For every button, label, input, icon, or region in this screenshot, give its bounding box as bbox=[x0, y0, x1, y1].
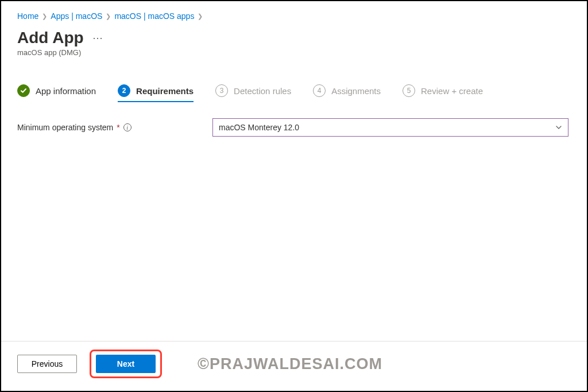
step-review-create[interactable]: 5 Review + create bbox=[403, 84, 483, 102]
breadcrumb-home[interactable]: Home bbox=[17, 11, 38, 21]
form-row-min-os: Minimum operating system * i macOS Monte… bbox=[17, 118, 571, 137]
checkmark-icon bbox=[17, 84, 30, 97]
next-button[interactable]: Next bbox=[96, 355, 156, 373]
step-detection-rules[interactable]: 3 Detection rules bbox=[215, 84, 291, 102]
step-label: Requirements bbox=[136, 86, 194, 96]
step-number-icon: 2 bbox=[118, 84, 130, 97]
step-label: Detection rules bbox=[234, 86, 291, 96]
page-subtitle: macOS app (DMG) bbox=[17, 48, 571, 57]
chevron-right-icon: ❯ bbox=[106, 13, 111, 20]
chevron-right-icon: ❯ bbox=[42, 13, 47, 20]
step-assignments[interactable]: 4 Assignments bbox=[313, 84, 381, 102]
step-label: App information bbox=[36, 86, 96, 96]
breadcrumb-apps[interactable]: Apps | macOS bbox=[51, 11, 102, 21]
min-os-label: Minimum operating system bbox=[17, 123, 113, 132]
info-icon[interactable]: i bbox=[123, 123, 131, 131]
step-requirements[interactable]: 2 Requirements bbox=[118, 84, 194, 102]
min-os-selected-value: macOS Monterey 12.0 bbox=[219, 123, 299, 132]
step-app-information[interactable]: App information bbox=[17, 84, 96, 102]
min-os-select[interactable]: macOS Monterey 12.0 bbox=[212, 118, 568, 137]
more-actions-button[interactable]: ··· bbox=[91, 30, 106, 46]
page-title: Add App bbox=[17, 29, 84, 47]
breadcrumb-macos-apps[interactable]: macOS | macOS apps bbox=[114, 11, 194, 21]
annotation-highlight: Next bbox=[90, 350, 162, 378]
previous-button[interactable]: Previous bbox=[17, 355, 77, 373]
required-star-icon: * bbox=[117, 123, 119, 132]
breadcrumb: Home ❯ Apps | macOS ❯ macOS | macOS apps… bbox=[17, 11, 571, 21]
wizard-stepper: App information 2 Requirements 3 Detecti… bbox=[17, 84, 571, 102]
step-number-icon: 3 bbox=[215, 84, 228, 97]
chevron-down-icon bbox=[555, 124, 562, 131]
chevron-right-icon: ❯ bbox=[198, 13, 203, 20]
wizard-footer: Previous Next ©PRAJWALDESAI.COM bbox=[1, 341, 587, 391]
active-step-underline bbox=[118, 101, 194, 102]
step-number-icon: 4 bbox=[313, 84, 326, 97]
step-label: Review + create bbox=[421, 86, 483, 96]
step-label: Assignments bbox=[331, 86, 381, 96]
step-number-icon: 5 bbox=[403, 84, 415, 97]
watermark-text: ©PRAJWALDESAI.COM bbox=[198, 355, 382, 373]
